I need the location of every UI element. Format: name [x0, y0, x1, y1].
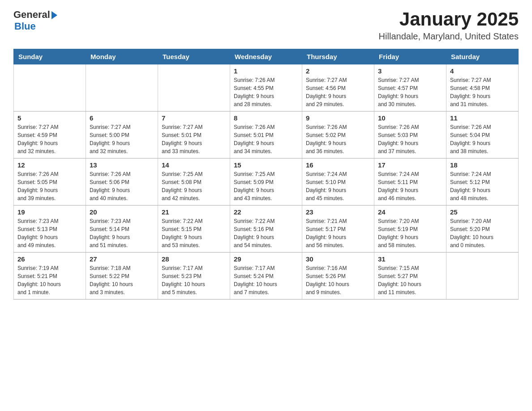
- calendar-cell: 30Sunrise: 7:16 AM Sunset: 5:26 PM Dayli…: [302, 253, 374, 300]
- day-info: Sunrise: 7:25 AM Sunset: 5:08 PM Dayligh…: [162, 170, 226, 202]
- day-info: Sunrise: 7:25 AM Sunset: 5:09 PM Dayligh…: [234, 170, 298, 202]
- calendar-cell: 4Sunrise: 7:27 AM Sunset: 4:58 PM Daylig…: [446, 64, 519, 111]
- calendar-cell: 7Sunrise: 7:27 AM Sunset: 5:01 PM Daylig…: [158, 111, 230, 158]
- calendar-cell: 26Sunrise: 7:19 AM Sunset: 5:21 PM Dayli…: [14, 253, 86, 300]
- day-info: Sunrise: 7:27 AM Sunset: 4:57 PM Dayligh…: [378, 76, 442, 108]
- day-info: Sunrise: 7:24 AM Sunset: 5:10 PM Dayligh…: [306, 170, 370, 202]
- calendar-cell: 14Sunrise: 7:25 AM Sunset: 5:08 PM Dayli…: [158, 158, 230, 206]
- day-number: 25: [450, 208, 515, 216]
- calendar-day-header: Thursday: [302, 49, 374, 64]
- calendar-cell: 22Sunrise: 7:22 AM Sunset: 5:16 PM Dayli…: [230, 206, 302, 253]
- calendar-cell: [14, 64, 86, 111]
- day-number: 1: [234, 67, 298, 75]
- day-number: 28: [162, 255, 226, 263]
- calendar-subtitle: Hillandale, Maryland, United States: [379, 31, 519, 42]
- calendar-cell: 29Sunrise: 7:17 AM Sunset: 5:24 PM Dayli…: [230, 253, 302, 300]
- day-info: Sunrise: 7:27 AM Sunset: 5:01 PM Dayligh…: [162, 123, 226, 155]
- day-info: Sunrise: 7:26 AM Sunset: 5:02 PM Dayligh…: [306, 123, 370, 155]
- day-info: Sunrise: 7:23 AM Sunset: 5:13 PM Dayligh…: [17, 217, 82, 249]
- title-block: January 2025 Hillandale, Maryland, Unite…: [379, 9, 519, 42]
- calendar-day-header: Friday: [374, 49, 446, 64]
- day-number: 10: [378, 114, 442, 122]
- day-info: Sunrise: 7:26 AM Sunset: 5:04 PM Dayligh…: [450, 123, 515, 155]
- day-number: 21: [162, 208, 226, 216]
- day-number: 6: [90, 114, 154, 122]
- day-number: 9: [306, 114, 370, 122]
- calendar-table: SundayMondayTuesdayWednesdayThursdayFrid…: [13, 49, 519, 300]
- day-info: Sunrise: 7:18 AM Sunset: 5:22 PM Dayligh…: [90, 264, 154, 296]
- calendar-week-row: 1Sunrise: 7:26 AM Sunset: 4:55 PM Daylig…: [14, 64, 519, 111]
- calendar-day-header: Wednesday: [230, 49, 302, 64]
- day-info: Sunrise: 7:16 AM Sunset: 5:26 PM Dayligh…: [306, 264, 370, 296]
- day-number: 20: [90, 208, 154, 216]
- logo-blue-text: Blue: [14, 21, 36, 32]
- calendar-cell: 23Sunrise: 7:21 AM Sunset: 5:17 PM Dayli…: [302, 206, 374, 253]
- calendar-cell: [86, 64, 158, 111]
- calendar-cell: 25Sunrise: 7:20 AM Sunset: 5:20 PM Dayli…: [446, 206, 519, 253]
- calendar-cell: 1Sunrise: 7:26 AM Sunset: 4:55 PM Daylig…: [230, 64, 302, 111]
- day-info: Sunrise: 7:15 AM Sunset: 5:27 PM Dayligh…: [378, 264, 442, 296]
- day-info: Sunrise: 7:24 AM Sunset: 5:12 PM Dayligh…: [450, 170, 515, 202]
- calendar-week-row: 19Sunrise: 7:23 AM Sunset: 5:13 PM Dayli…: [14, 206, 519, 253]
- calendar-cell: 10Sunrise: 7:26 AM Sunset: 5:03 PM Dayli…: [374, 111, 446, 158]
- calendar-cell: 13Sunrise: 7:26 AM Sunset: 5:06 PM Dayli…: [86, 158, 158, 206]
- day-info: Sunrise: 7:20 AM Sunset: 5:19 PM Dayligh…: [378, 217, 442, 249]
- calendar-cell: 11Sunrise: 7:26 AM Sunset: 5:04 PM Dayli…: [446, 111, 519, 158]
- calendar-cell: 2Sunrise: 7:27 AM Sunset: 4:56 PM Daylig…: [302, 64, 374, 111]
- calendar-header-row: SundayMondayTuesdayWednesdayThursdayFrid…: [14, 49, 519, 64]
- calendar-cell: 6Sunrise: 7:27 AM Sunset: 5:00 PM Daylig…: [86, 111, 158, 158]
- day-number: 26: [17, 255, 82, 263]
- day-number: 12: [17, 161, 82, 169]
- day-info: Sunrise: 7:19 AM Sunset: 5:21 PM Dayligh…: [17, 264, 82, 296]
- calendar-day-header: Tuesday: [158, 49, 230, 64]
- day-number: 7: [162, 114, 226, 122]
- day-info: Sunrise: 7:26 AM Sunset: 4:55 PM Dayligh…: [234, 76, 298, 108]
- calendar-cell: 27Sunrise: 7:18 AM Sunset: 5:22 PM Dayli…: [86, 253, 158, 300]
- calendar-cell: 16Sunrise: 7:24 AM Sunset: 5:10 PM Dayli…: [302, 158, 374, 206]
- calendar-cell: 15Sunrise: 7:25 AM Sunset: 5:09 PM Dayli…: [230, 158, 302, 206]
- calendar-cell: [446, 253, 519, 300]
- day-info: Sunrise: 7:26 AM Sunset: 5:03 PM Dayligh…: [378, 123, 442, 155]
- day-number: 29: [234, 255, 298, 263]
- day-info: Sunrise: 7:26 AM Sunset: 5:01 PM Dayligh…: [234, 123, 298, 155]
- calendar-week-row: 26Sunrise: 7:19 AM Sunset: 5:21 PM Dayli…: [14, 253, 519, 300]
- day-number: 3: [378, 67, 442, 75]
- calendar-cell: 18Sunrise: 7:24 AM Sunset: 5:12 PM Dayli…: [446, 158, 519, 206]
- calendar-cell: 28Sunrise: 7:17 AM Sunset: 5:23 PM Dayli…: [158, 253, 230, 300]
- day-number: 8: [234, 114, 298, 122]
- day-number: 18: [450, 161, 515, 169]
- day-number: 27: [90, 255, 154, 263]
- day-number: 5: [17, 114, 82, 122]
- day-info: Sunrise: 7:26 AM Sunset: 5:06 PM Dayligh…: [90, 170, 154, 202]
- day-number: 2: [306, 67, 370, 75]
- day-info: Sunrise: 7:27 AM Sunset: 4:58 PM Dayligh…: [450, 76, 515, 108]
- calendar-title: January 2025: [379, 9, 519, 30]
- day-info: Sunrise: 7:27 AM Sunset: 4:56 PM Dayligh…: [306, 76, 370, 108]
- day-number: 19: [17, 208, 82, 216]
- day-number: 24: [378, 208, 442, 216]
- day-number: 23: [306, 208, 370, 216]
- day-number: 14: [162, 161, 226, 169]
- day-info: Sunrise: 7:17 AM Sunset: 5:24 PM Dayligh…: [234, 264, 298, 296]
- calendar-cell: 5Sunrise: 7:27 AM Sunset: 4:59 PM Daylig…: [14, 111, 86, 158]
- logo: General Blue: [13, 9, 57, 32]
- day-number: 17: [378, 161, 442, 169]
- calendar-cell: 31Sunrise: 7:15 AM Sunset: 5:27 PM Dayli…: [374, 253, 446, 300]
- day-info: Sunrise: 7:27 AM Sunset: 5:00 PM Dayligh…: [90, 123, 154, 155]
- logo-general-text: General: [13, 9, 50, 21]
- calendar-cell: 9Sunrise: 7:26 AM Sunset: 5:02 PM Daylig…: [302, 111, 374, 158]
- calendar-cell: [158, 64, 230, 111]
- calendar-cell: 20Sunrise: 7:23 AM Sunset: 5:14 PM Dayli…: [86, 206, 158, 253]
- day-info: Sunrise: 7:22 AM Sunset: 5:15 PM Dayligh…: [162, 217, 226, 249]
- day-number: 4: [450, 67, 515, 75]
- day-number: 15: [234, 161, 298, 169]
- calendar-cell: 3Sunrise: 7:27 AM Sunset: 4:57 PM Daylig…: [374, 64, 446, 111]
- calendar-cell: 17Sunrise: 7:24 AM Sunset: 5:11 PM Dayli…: [374, 158, 446, 206]
- calendar-cell: 24Sunrise: 7:20 AM Sunset: 5:19 PM Dayli…: [374, 206, 446, 253]
- day-number: 30: [306, 255, 370, 263]
- day-number: 11: [450, 114, 515, 122]
- calendar-week-row: 5Sunrise: 7:27 AM Sunset: 4:59 PM Daylig…: [14, 111, 519, 158]
- day-info: Sunrise: 7:24 AM Sunset: 5:11 PM Dayligh…: [378, 170, 442, 202]
- calendar-day-header: Monday: [86, 49, 158, 64]
- day-info: Sunrise: 7:22 AM Sunset: 5:16 PM Dayligh…: [234, 217, 298, 249]
